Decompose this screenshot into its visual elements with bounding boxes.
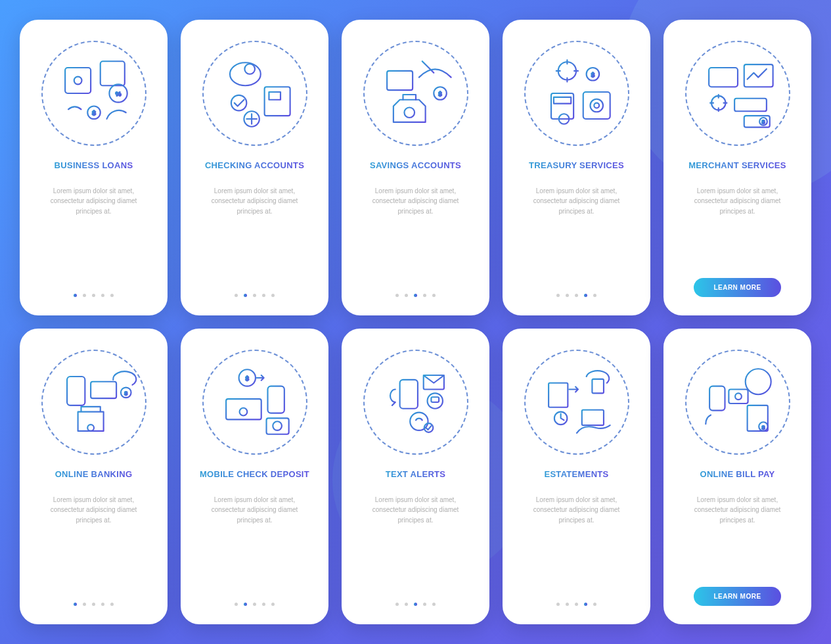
svg-rect-41: [67, 377, 85, 405]
card-description: Lorem ipsum dolor sit amet, consectetur …: [517, 186, 636, 288]
svg-text:$: $: [761, 119, 765, 125]
merchant-services-icon: $: [685, 41, 790, 146]
page-dot[interactable]: [405, 294, 408, 297]
page-dot[interactable]: [244, 294, 247, 297]
card-title: ONLINE BILL PAY: [700, 469, 775, 480]
page-indicator: [74, 603, 114, 606]
svg-text:$: $: [591, 72, 594, 78]
svg-rect-29: [583, 92, 610, 119]
svg-text:$: $: [92, 109, 96, 116]
business-loans-icon: %$: [41, 41, 146, 146]
card-title: BUSINESS LOANS: [55, 160, 133, 172]
page-dot[interactable]: [575, 294, 578, 297]
text-alerts-icon: [363, 350, 468, 455]
card-description: Lorem ipsum dolor sit amet, consectetur …: [356, 186, 475, 288]
svg-point-31: [594, 103, 599, 108]
card-title: ONLINE BANKING: [55, 469, 133, 480]
svg-point-56: [273, 421, 282, 430]
page-dot[interactable]: [101, 294, 104, 297]
phone-card-9: $ONLINE BILL PAYLorem ipsum dolor sit am…: [663, 329, 811, 624]
card-description: Lorem ipsum dolor sit amet, consectetur …: [34, 186, 153, 288]
card-title: ESTATEMENTS: [544, 469, 608, 480]
svg-rect-55: [266, 418, 288, 434]
page-dot[interactable]: [262, 603, 265, 606]
page-indicator: [395, 294, 436, 297]
page-indicator: [235, 603, 275, 606]
page-dot[interactable]: [584, 294, 587, 297]
phone-grid: %$BUSINESS LOANSLorem ipsum dolor sit am…: [0, 0, 831, 644]
svg-point-30: [590, 99, 603, 112]
svg-rect-33: [709, 68, 738, 87]
phone-card-4: $MERCHANT SERVICESLorem ipsum dolor sit …: [663, 20, 811, 315]
phone-card-1: CHECKING ACCOUNTSLorem ipsum dolor sit a…: [181, 20, 328, 315]
svg-text:$: $: [124, 390, 127, 396]
page-dot[interactable]: [584, 603, 587, 606]
svg-point-22: [404, 107, 415, 118]
svg-rect-51: [267, 386, 284, 413]
page-dot[interactable]: [253, 603, 256, 606]
svg-point-48: [87, 425, 94, 431]
estatements-icon: [524, 350, 629, 455]
svg-rect-16: [387, 71, 413, 90]
svg-point-54: [239, 408, 247, 416]
page-indicator: [74, 294, 114, 297]
page-indicator: [395, 603, 436, 606]
page-dot[interactable]: [575, 603, 578, 606]
page-dot[interactable]: [244, 603, 247, 606]
learn-more-button[interactable]: LEARN MORE: [694, 278, 780, 297]
page-dot[interactable]: [83, 603, 86, 606]
page-dot[interactable]: [414, 603, 417, 606]
svg-point-14: [231, 95, 246, 110]
page-dot[interactable]: [593, 603, 596, 606]
page-dot[interactable]: [262, 294, 265, 297]
page-dot[interactable]: [235, 294, 238, 297]
page-dot[interactable]: [92, 603, 95, 606]
page-dot[interactable]: [74, 603, 77, 606]
page-dot[interactable]: [271, 603, 275, 606]
page-dot[interactable]: [74, 294, 77, 297]
page-dot[interactable]: [253, 294, 256, 297]
page-dot[interactable]: [271, 294, 275, 297]
svg-rect-67: [592, 379, 604, 393]
page-dot[interactable]: [593, 294, 596, 297]
svg-point-62: [410, 413, 428, 430]
page-dot[interactable]: [235, 603, 238, 606]
phone-card-3: $TREASURY SERVICESLorem ipsum dolor sit …: [503, 20, 650, 315]
page-dot[interactable]: [423, 294, 426, 297]
learn-more-button[interactable]: LEARN MORE: [694, 587, 780, 606]
page-dot[interactable]: [92, 294, 95, 297]
checking-accounts-icon: [202, 41, 307, 146]
page-dot[interactable]: [110, 603, 114, 606]
svg-rect-38: [744, 116, 769, 127]
svg-rect-11: [264, 87, 290, 116]
svg-rect-52: [226, 399, 261, 419]
svg-rect-71: [729, 390, 748, 403]
card-title: TEXT ALERTS: [386, 469, 446, 480]
page-dot[interactable]: [101, 603, 104, 606]
page-dot[interactable]: [423, 603, 426, 606]
page-dot[interactable]: [405, 603, 408, 606]
page-dot[interactable]: [432, 603, 436, 606]
page-dot[interactable]: [566, 294, 569, 297]
svg-rect-42: [91, 382, 116, 398]
phone-card-7: TEXT ALERTSLorem ipsum dolor sit amet, c…: [342, 329, 489, 624]
page-dot[interactable]: [432, 294, 436, 297]
online-banking-icon: $: [41, 350, 146, 455]
page-dot[interactable]: [110, 294, 114, 297]
online-bill-pay-icon: $: [685, 350, 790, 455]
page-indicator: [556, 294, 596, 297]
page-dot[interactable]: [395, 294, 399, 297]
svg-rect-64: [549, 383, 568, 407]
page-dot[interactable]: [556, 294, 560, 297]
page-dot[interactable]: [566, 603, 569, 606]
svg-text:$: $: [761, 425, 765, 430]
page-dot[interactable]: [556, 603, 560, 606]
svg-rect-0: [65, 68, 91, 93]
page-dot[interactable]: [83, 294, 86, 297]
card-title: TREASURY SERVICES: [529, 160, 624, 172]
svg-rect-57: [399, 380, 417, 409]
page-dot[interactable]: [395, 603, 399, 606]
mobile-check-deposit-icon: $: [202, 350, 307, 455]
svg-rect-35: [744, 64, 773, 87]
page-dot[interactable]: [414, 294, 417, 297]
